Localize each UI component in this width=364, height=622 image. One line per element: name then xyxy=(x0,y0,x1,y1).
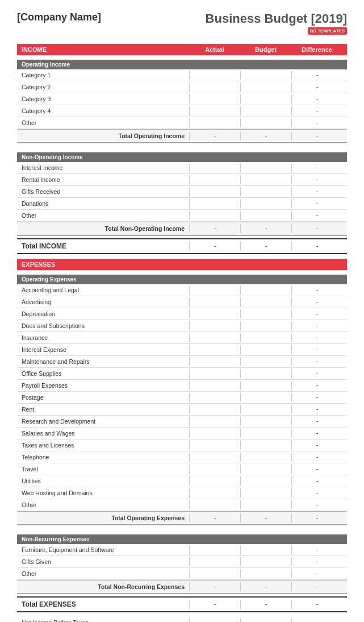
cell-budget[interactable] xyxy=(240,297,291,306)
cell-budget[interactable] xyxy=(240,441,291,450)
cell-budget[interactable] xyxy=(240,545,291,554)
cell-actual[interactable] xyxy=(189,569,240,578)
cell-budget[interactable] xyxy=(240,357,291,366)
cell-actual[interactable] xyxy=(189,381,240,390)
cell-diff: - xyxy=(291,429,342,438)
cell-actual[interactable] xyxy=(189,163,240,172)
cell-budget[interactable] xyxy=(240,465,291,474)
cell-budget[interactable] xyxy=(240,175,291,184)
cell-budget[interactable] xyxy=(240,429,291,438)
cell-budget[interactable] xyxy=(240,345,291,354)
cell-budget[interactable] xyxy=(240,557,291,566)
cell-budget[interactable] xyxy=(240,309,291,318)
page-header: [Company Name] Business Budget [2019] BS… xyxy=(17,11,347,35)
cell-actual[interactable] xyxy=(189,441,240,450)
cell-budget[interactable] xyxy=(240,405,291,414)
cell-actual[interactable] xyxy=(189,118,240,127)
list-item: Payroll Expenses - xyxy=(17,380,347,392)
cell-budget[interactable] xyxy=(240,476,291,486)
cell-actual[interactable] xyxy=(189,545,240,554)
cell-diff: - xyxy=(291,357,342,366)
cell-budget[interactable] xyxy=(240,381,291,390)
row-label: Category 1 xyxy=(22,72,189,78)
cell-actual[interactable] xyxy=(189,333,240,342)
cell-budget[interactable] xyxy=(240,285,291,295)
list-item: Research and Development - xyxy=(17,416,347,428)
cell-actual[interactable] xyxy=(189,345,240,354)
cell-budget[interactable] xyxy=(240,71,291,80)
cell-budget[interactable] xyxy=(240,369,291,378)
row-label: Research and Development xyxy=(22,418,189,425)
cell-actual[interactable] xyxy=(189,297,240,306)
row-label: Utilities xyxy=(22,478,189,484)
cell-actual[interactable] xyxy=(189,175,240,184)
expenses-budget-col xyxy=(240,261,291,268)
cell-actual[interactable] xyxy=(189,429,240,438)
list-item: Telephone - xyxy=(17,451,347,463)
cell-budget[interactable] xyxy=(240,393,291,402)
cell-budget[interactable] xyxy=(240,199,291,208)
cell-budget[interactable] xyxy=(240,187,291,196)
expenses-actual-col xyxy=(189,261,240,268)
cell-diff: - xyxy=(291,500,342,509)
total-income-actual: - xyxy=(189,242,240,251)
cell-actual[interactable] xyxy=(189,369,240,378)
cell-actual[interactable] xyxy=(189,357,240,366)
total-non-recurring-expenses-label: Total Non-Recurring Expenses xyxy=(22,583,189,590)
cell-actual[interactable] xyxy=(189,285,240,295)
row-label: Category 2 xyxy=(22,84,189,90)
cell-budget[interactable] xyxy=(240,453,291,462)
cell-actual[interactable] xyxy=(189,309,240,318)
row-label: Dues and Subscriptions xyxy=(22,322,189,329)
row-label: Gifts Given xyxy=(22,558,189,565)
cell-budget[interactable] xyxy=(240,94,291,103)
list-item: Category 1 - xyxy=(17,69,347,81)
cell-actual[interactable] xyxy=(189,321,240,330)
row-label: Category 4 xyxy=(22,107,189,114)
cell-budget[interactable] xyxy=(240,82,291,92)
cell-diff: - xyxy=(291,199,342,208)
cell-budget[interactable] xyxy=(240,211,291,220)
cell-budget[interactable] xyxy=(240,417,291,426)
cell-actual[interactable] xyxy=(189,557,240,566)
cell-diff: - xyxy=(291,569,342,578)
cell-actual[interactable] xyxy=(189,453,240,462)
cell-budget[interactable] xyxy=(240,488,291,497)
cell-actual[interactable] xyxy=(189,476,240,486)
row-label: Maintenance and Repairs xyxy=(22,358,189,365)
cell-actual[interactable] xyxy=(189,187,240,196)
total-expenses-diff: - xyxy=(291,600,342,609)
net-income-before-taxes-actual: - xyxy=(189,618,240,622)
company-name: [Company Name] xyxy=(17,11,101,23)
cell-budget[interactable] xyxy=(240,500,291,509)
cell-actual[interactable] xyxy=(189,211,240,220)
total-non-recurring-expenses-actual: - xyxy=(189,582,240,591)
cell-budget[interactable] xyxy=(240,118,291,127)
cell-budget[interactable] xyxy=(240,106,291,115)
list-item: Taxes and Licenses - xyxy=(17,439,347,451)
cell-budget[interactable] xyxy=(240,163,291,172)
cell-actual[interactable] xyxy=(189,417,240,426)
cell-actual[interactable] xyxy=(189,71,240,80)
row-label: Telephone xyxy=(22,454,189,461)
list-item: Furniture, Equipment and Software - xyxy=(17,544,347,556)
total-operating-income-diff: - xyxy=(291,131,342,140)
cell-actual[interactable] xyxy=(189,500,240,509)
row-label: Gifts Received xyxy=(22,188,189,195)
net-income-before-taxes-budget: - xyxy=(240,618,291,622)
cell-actual[interactable] xyxy=(189,94,240,103)
total-operating-expenses-diff: - xyxy=(291,513,342,523)
cell-actual[interactable] xyxy=(189,393,240,402)
expenses-section-header: EXPENSES xyxy=(17,259,347,270)
cell-budget[interactable] xyxy=(240,569,291,578)
cell-budget[interactable] xyxy=(240,333,291,342)
cell-budget[interactable] xyxy=(240,321,291,330)
cell-actual[interactable] xyxy=(189,82,240,92)
difference-col-header: Difference xyxy=(291,46,342,53)
cell-actual[interactable] xyxy=(189,465,240,474)
cell-actual[interactable] xyxy=(189,199,240,208)
cell-actual[interactable] xyxy=(189,106,240,115)
cell-actual[interactable] xyxy=(189,488,240,497)
cell-actual[interactable] xyxy=(189,405,240,414)
list-item: Other - xyxy=(17,117,347,129)
